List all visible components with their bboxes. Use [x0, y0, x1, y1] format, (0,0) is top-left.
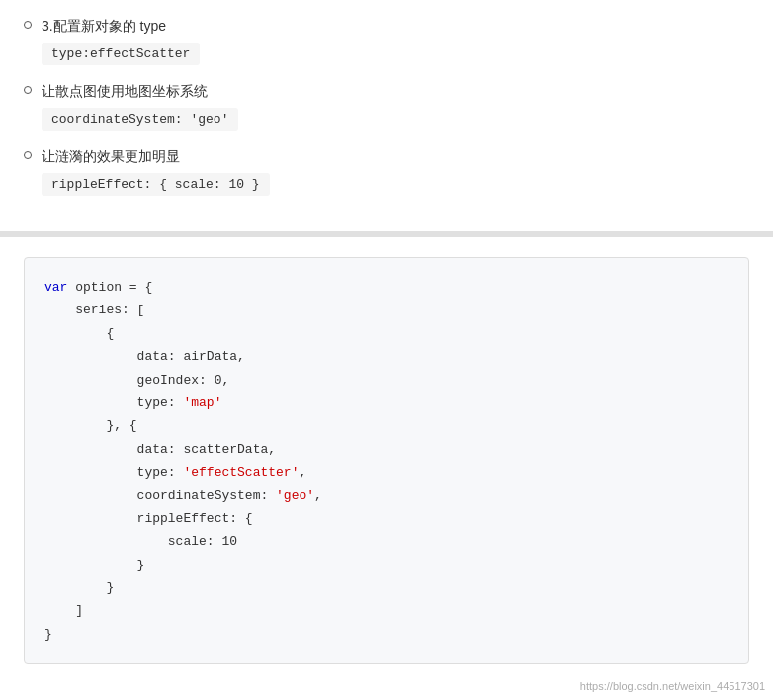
top-section: 3.配置新对象的 type type:effectScatter 让散点图使用地…: [0, 0, 773, 231]
code-block: var option = { series: [ { data: airData…: [24, 257, 749, 664]
bullet-list: 3.配置新对象的 type type:effectScatter 让散点图使用地…: [24, 16, 749, 196]
code-inline-2: coordinateSystem: 'geo': [42, 108, 238, 131]
code-line-2: series: [: [44, 299, 729, 321]
bullet-text-2: 让散点图使用地图坐标系统: [42, 81, 238, 102]
code-line-11: rippleEffect: {: [44, 507, 729, 530]
code-line-13: }: [44, 554, 729, 576]
list-item-1: 3.配置新对象的 type type:effectScatter: [24, 16, 749, 65]
code-inline-3: rippleEffect: { scale: 10 }: [42, 173, 270, 196]
bullet-dot-2: [24, 86, 32, 94]
code-line-9: type: 'effectScatter',: [44, 461, 729, 483]
list-item-2: 让散点图使用地图坐标系统 coordinateSystem: 'geo': [24, 81, 749, 131]
bullet-text-3: 让涟漪的效果更加明显: [42, 146, 270, 167]
bullet-dot-3: [24, 151, 32, 159]
code-line-1: var option = {: [44, 276, 729, 299]
bullet-content-2: 让散点图使用地图坐标系统 coordinateSystem: 'geo': [42, 81, 238, 131]
bullet-content-1: 3.配置新对象的 type type:effectScatter: [42, 16, 200, 65]
code-line-4: data: airData,: [44, 345, 729, 368]
code-line-6: type: 'map': [44, 392, 729, 414]
code-line-10: coordinateSystem: 'geo',: [44, 484, 729, 507]
code-line-8: data: scatterData,: [44, 438, 729, 461]
code-line-3: {: [44, 322, 729, 345]
bottom-section: var option = { series: [ { data: airData…: [0, 257, 773, 688]
list-item-3: 让涟漪的效果更加明显 rippleEffect: { scale: 10 }: [24, 146, 749, 196]
code-line-7: }, {: [44, 414, 729, 437]
code-line-16: }: [44, 623, 729, 646]
code-line-15: ]: [44, 599, 729, 622]
section-divider: [0, 231, 773, 237]
bullet-dot-1: [24, 21, 32, 29]
code-line-12: scale: 10: [44, 530, 729, 553]
code-inline-1: type:effectScatter: [42, 43, 200, 65]
bullet-text-1: 3.配置新对象的 type: [42, 16, 200, 37]
code-line-5: geoIndex: 0,: [44, 369, 729, 392]
code-line-14: }: [44, 576, 729, 599]
watermark: https://blog.csdn.net/weixin_44517301: [580, 680, 765, 692]
bullet-content-3: 让涟漪的效果更加明显 rippleEffect: { scale: 10 }: [42, 146, 270, 196]
